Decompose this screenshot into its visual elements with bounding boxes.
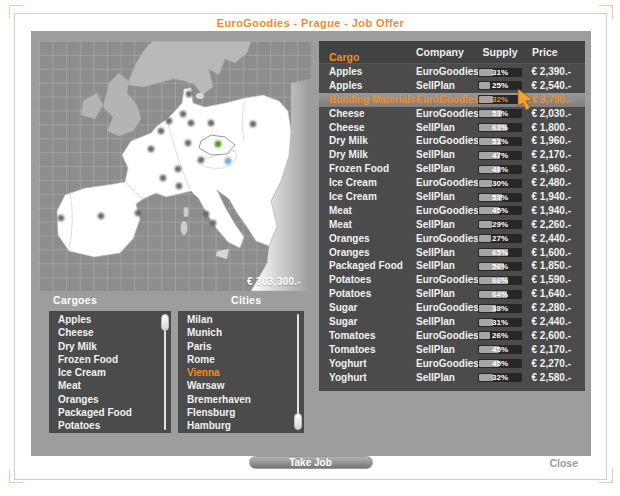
list-item[interactable]: Warsaw xyxy=(178,379,304,392)
cargoes-scrollbar[interactable] xyxy=(161,314,169,430)
cities-list-label: Cities xyxy=(231,294,261,306)
table-row[interactable]: Dry Milk EuroGoodies 51% € 1,960.- xyxy=(319,134,585,148)
supply-percent-label: 45% xyxy=(478,345,522,354)
cities-listbox[interactable]: MilanMunichParisRomeViennaWarsawBremerha… xyxy=(178,311,304,433)
cargoes-list-label: Cargoes xyxy=(53,294,97,306)
list-item[interactable]: Bremerhaven xyxy=(178,393,304,406)
table-row[interactable]: Ice Cream SellPlan 53% € 1,940.- xyxy=(319,190,585,204)
offers-table: Cargo ↓ Company Supply Price Apples Euro… xyxy=(319,41,585,391)
list-item[interactable]: Munich xyxy=(178,326,304,339)
supply-percent-label: 25% xyxy=(478,81,522,90)
company-cell: EuroGoodies xyxy=(416,301,479,315)
cargo-cell: Packaged Food xyxy=(329,259,403,273)
cargo-cell: Apples xyxy=(329,79,362,93)
header-company[interactable]: Company xyxy=(416,46,464,58)
supply-percent-label: 26% xyxy=(478,331,522,340)
supply-percent-label: 30% xyxy=(478,179,522,188)
supply-percent-label: 66% xyxy=(478,276,522,285)
table-row[interactable]: Cheese EuroGoodies 53% € 2,030.- xyxy=(319,107,585,121)
list-item[interactable]: Packaged Food xyxy=(49,406,171,419)
company-cell: EuroGoodies xyxy=(416,232,479,246)
cargo-cell: Ice Cream xyxy=(329,176,377,190)
list-item[interactable]: Flensburg xyxy=(178,406,304,419)
europe-map-graphic xyxy=(39,41,311,291)
window-title: EuroGoodies - Prague - Job Offer xyxy=(15,17,606,29)
table-row[interactable]: Dry Milk SellPlan 47% € 2,170.- xyxy=(319,148,585,162)
list-item[interactable]: Meat xyxy=(49,379,171,392)
table-row[interactable]: Yoghurt EuroGoodies 45% € 2,270.- xyxy=(319,357,585,371)
cargo-cell: Frozen Food xyxy=(329,162,389,176)
price-cell: € 2,580.- xyxy=(532,371,571,385)
job-value-label: € 303,300.- xyxy=(247,276,301,287)
list-item[interactable]: Cheese xyxy=(49,326,171,339)
cargo-cell: Sugar xyxy=(329,301,357,315)
list-item[interactable]: Oranges xyxy=(49,393,171,406)
price-cell: € 2,260.- xyxy=(532,218,571,232)
price-cell: € 2,170.- xyxy=(532,343,571,357)
price-cell: € 1,960.- xyxy=(532,162,571,176)
cargoes-scroll-thumb[interactable] xyxy=(161,314,169,331)
list-item[interactable]: Ice Cream xyxy=(49,366,171,379)
table-row[interactable]: Building Materials EuroGoodies 32% € 3,7… xyxy=(319,93,585,107)
table-row[interactable]: Tomatoes EuroGoodies 26% € 2,600.- xyxy=(319,329,585,343)
supply-bar: 45% xyxy=(478,345,522,354)
table-row[interactable]: Frozen Food SellPlan 48% € 1,960.- xyxy=(319,162,585,176)
offers-table-header: Cargo ↓ Company Supply Price xyxy=(319,41,585,64)
price-cell: € 2,440.- xyxy=(532,232,571,246)
company-cell: SellPlan xyxy=(416,315,455,329)
header-supply[interactable]: Supply xyxy=(478,46,522,58)
list-item[interactable]: Vienna xyxy=(178,366,304,379)
mouse-cursor-icon xyxy=(517,89,537,111)
cities-scrollbar[interactable] xyxy=(294,314,302,430)
table-row[interactable]: Ice Cream EuroGoodies 30% € 2,480.- xyxy=(319,176,585,190)
table-row[interactable]: Tomatoes SellPlan 45% € 2,170.- xyxy=(319,343,585,357)
table-row[interactable]: Oranges SellPlan 65% € 1,600.- xyxy=(319,246,585,260)
price-cell: € 2,480.- xyxy=(532,176,571,190)
supply-percent-label: 51% xyxy=(478,137,522,146)
list-item[interactable]: Dry Milk xyxy=(49,340,171,353)
table-row[interactable]: Apples SellPlan 25% € 2,540.- xyxy=(319,79,585,93)
job-offer-window: EuroGoodies - Prague - Job Offer xyxy=(14,13,607,480)
table-row[interactable]: Apples EuroGoodies 31% € 2,390.- xyxy=(319,65,585,79)
list-item[interactable]: Paris xyxy=(178,340,304,353)
table-row[interactable]: Sugar EuroGoodies 38% € 2,280.- xyxy=(319,301,585,315)
close-button[interactable]: Close xyxy=(549,457,578,469)
price-cell: € 2,170.- xyxy=(532,148,571,162)
table-row[interactable]: Meat SellPlan 29% € 2,260.- xyxy=(319,218,585,232)
list-item[interactable]: Hamburg xyxy=(178,419,304,432)
company-cell: SellPlan xyxy=(416,162,455,176)
table-row[interactable]: Meat EuroGoodies 45% € 1,940.- xyxy=(319,204,585,218)
price-cell: € 2,540.- xyxy=(532,79,571,93)
sort-descending-icon: ↓ xyxy=(329,51,334,63)
table-row[interactable]: Potatoes EuroGoodies 66% € 1,590.- xyxy=(319,273,585,287)
table-row[interactable]: Yoghurt SellPlan 32% € 2,580.- xyxy=(319,371,585,385)
vienna-marker xyxy=(225,158,232,165)
cargo-cell: Oranges xyxy=(329,246,370,260)
price-cell: € 2,270.- xyxy=(532,357,571,371)
list-item[interactable]: Milan xyxy=(178,313,304,326)
list-item[interactable]: Apples xyxy=(49,313,171,326)
table-row[interactable]: Potatoes SellPlan 64% € 1,640.- xyxy=(319,287,585,301)
company-cell: EuroGoodies xyxy=(416,93,479,107)
ireland-landmass xyxy=(81,93,103,119)
company-cell: EuroGoodies xyxy=(416,273,479,287)
list-item[interactable]: Frozen Food xyxy=(49,353,171,366)
list-item[interactable]: Potatoes xyxy=(49,419,171,432)
table-row[interactable]: Sugar SellPlan 31% € 2,440.- xyxy=(319,315,585,329)
table-row[interactable]: Cheese SellPlan 63% € 1,800.- xyxy=(319,121,585,135)
table-row[interactable]: Packaged Food SellPlan 56% € 1,850.- xyxy=(319,259,585,273)
take-job-button[interactable]: Take Job xyxy=(249,456,373,469)
cargo-cell: Yoghurt xyxy=(329,371,367,385)
supply-bar: 38% xyxy=(478,304,522,313)
supply-percent-label: 45% xyxy=(478,359,522,368)
price-cell: € 3,790.- xyxy=(532,93,571,107)
price-cell: € 1,940.- xyxy=(532,204,571,218)
cargo-cell: Oranges xyxy=(329,232,370,246)
table-row[interactable]: Oranges EuroGoodies 27% € 2,440.- xyxy=(319,232,585,246)
cities-scroll-thumb[interactable] xyxy=(294,413,302,430)
company-cell: SellPlan xyxy=(416,79,455,93)
cities-list-items: MilanMunichParisRomeViennaWarsawBremerha… xyxy=(178,311,304,433)
header-price[interactable]: Price xyxy=(532,46,558,58)
list-item[interactable]: Rome xyxy=(178,353,304,366)
cargoes-listbox[interactable]: ApplesCheeseDry MilkFrozen FoodIce Cream… xyxy=(49,311,171,433)
